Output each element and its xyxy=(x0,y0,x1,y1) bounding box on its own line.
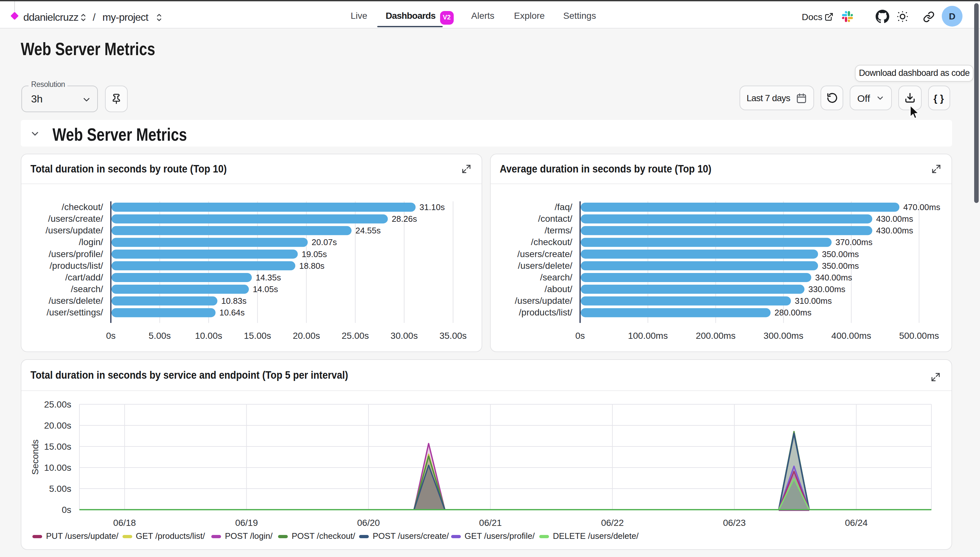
svg-text:100.00ms: 100.00ms xyxy=(628,331,668,341)
svg-text:19.05s: 19.05s xyxy=(302,249,327,259)
svg-text:/login/: /login/ xyxy=(79,237,103,247)
svg-text:30.00s: 30.00s xyxy=(390,331,418,341)
svg-text:/users/create/: /users/create/ xyxy=(517,249,572,259)
svg-text:06/23: 06/23 xyxy=(723,518,746,528)
svg-text:300.00ms: 300.00ms xyxy=(764,331,803,341)
svg-text:/users/delete/: /users/delete/ xyxy=(518,261,572,271)
svg-text:10.83s: 10.83s xyxy=(221,296,247,306)
svg-text:/products/list/: /products/list/ xyxy=(50,261,103,271)
svg-text:5.00s: 5.00s xyxy=(49,484,72,494)
svg-text:/checkout/: /checkout/ xyxy=(62,202,103,212)
svg-text:15.00s: 15.00s xyxy=(244,331,271,341)
svg-text:10.00s: 10.00s xyxy=(44,463,71,473)
svg-text:35.00s: 35.00s xyxy=(439,331,466,341)
svg-text:25.00s: 25.00s xyxy=(44,399,71,409)
svg-text:/about/: /about/ xyxy=(544,284,572,294)
svg-text:280.00ms: 280.00ms xyxy=(775,308,811,318)
svg-text:06/19: 06/19 xyxy=(235,518,258,528)
svg-text:340.00ms: 340.00ms xyxy=(815,273,852,282)
svg-text:500.00ms: 500.00ms xyxy=(899,331,939,341)
svg-text:06/21: 06/21 xyxy=(479,518,502,528)
svg-text:/users/delete/: /users/delete/ xyxy=(49,296,103,306)
svg-text:20.07s: 20.07s xyxy=(312,237,337,247)
svg-text:14.35s: 14.35s xyxy=(256,273,281,282)
svg-text:370.00ms: 370.00ms xyxy=(835,237,873,247)
svg-text:06/24: 06/24 xyxy=(845,518,868,528)
svg-text:28.26s: 28.26s xyxy=(392,214,417,224)
svg-text:/terms/: /terms/ xyxy=(544,225,572,235)
svg-text:/users/update/: /users/update/ xyxy=(515,296,573,306)
svg-text:/users/profile/: /users/profile/ xyxy=(49,249,103,259)
svg-text:/users/create/: /users/create/ xyxy=(48,214,103,224)
svg-text:/checkout/: /checkout/ xyxy=(531,237,572,247)
svg-text:400.00ms: 400.00ms xyxy=(831,331,871,341)
svg-text:20.00s: 20.00s xyxy=(44,420,71,430)
svg-text:14.05s: 14.05s xyxy=(253,284,278,294)
svg-text:0s: 0s xyxy=(106,331,116,341)
svg-text:/cart/add/: /cart/add/ xyxy=(65,272,103,282)
svg-text:06/18: 06/18 xyxy=(113,518,136,528)
svg-text:310.00ms: 310.00ms xyxy=(795,296,832,306)
svg-text:20.00s: 20.00s xyxy=(293,331,320,341)
svg-text:0s: 0s xyxy=(575,331,585,341)
svg-text:/contact/: /contact/ xyxy=(538,214,572,224)
svg-text:0s: 0s xyxy=(62,505,71,515)
svg-text:/products/list/: /products/list/ xyxy=(519,307,572,318)
svg-text:/users/update/: /users/update/ xyxy=(46,225,103,235)
svg-text:430.00ms: 430.00ms xyxy=(876,214,913,224)
svg-text:06/20: 06/20 xyxy=(357,518,380,528)
svg-text:350.00ms: 350.00ms xyxy=(822,249,859,259)
svg-text:350.00ms: 350.00ms xyxy=(822,261,859,271)
svg-text:06/22: 06/22 xyxy=(601,518,624,528)
svg-text:/user/settings/: /user/settings/ xyxy=(47,307,103,318)
svg-text:25.00s: 25.00s xyxy=(341,331,369,341)
svg-text:Seconds: Seconds xyxy=(30,440,40,475)
svg-text:15.00s: 15.00s xyxy=(44,441,71,452)
svg-text:18.80s: 18.80s xyxy=(299,261,324,271)
svg-text:31.10s: 31.10s xyxy=(419,202,445,212)
svg-text:/faq/: /faq/ xyxy=(555,202,573,212)
svg-text:/search/: /search/ xyxy=(540,272,572,282)
svg-text:430.00ms: 430.00ms xyxy=(876,226,913,235)
svg-text:24.55s: 24.55s xyxy=(356,226,381,235)
svg-text:200.00ms: 200.00ms xyxy=(696,331,736,341)
svg-text:10.00s: 10.00s xyxy=(195,331,222,341)
svg-text:470.00ms: 470.00ms xyxy=(903,202,940,212)
svg-text:/search/: /search/ xyxy=(71,284,103,294)
svg-text:330.00ms: 330.00ms xyxy=(808,284,845,294)
svg-text:5.00s: 5.00s xyxy=(149,331,171,341)
svg-text:10.64s: 10.64s xyxy=(219,308,245,318)
